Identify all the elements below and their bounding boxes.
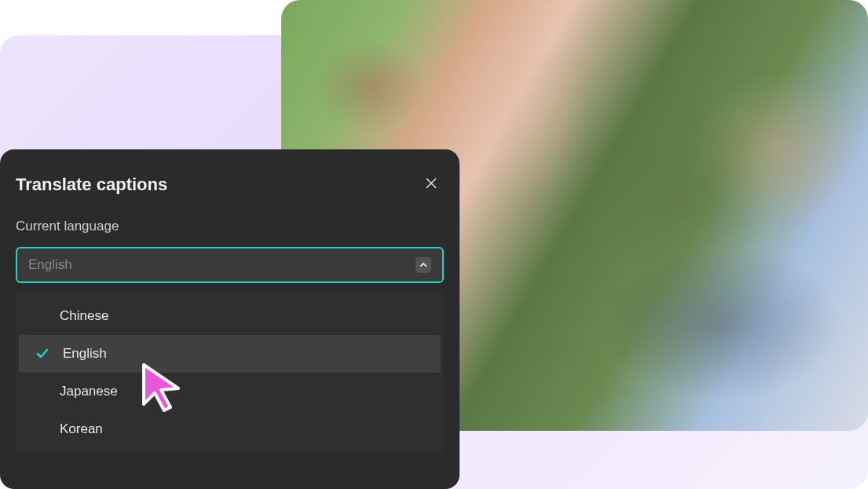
option-japanese[interactable]: Japanese — [16, 373, 444, 410]
language-dropdown: Chinese English Japanese Korean — [16, 291, 444, 454]
panel-header: Translate captions — [16, 175, 444, 195]
language-select[interactable]: English — [16, 247, 444, 283]
current-language-label: Current language — [16, 219, 444, 234]
close-icon — [425, 177, 438, 193]
option-label: Chinese — [60, 308, 108, 324]
chevron-up-icon — [416, 257, 431, 273]
option-label: Korean — [60, 421, 103, 437]
option-label: Japanese — [60, 384, 118, 399]
option-label: English — [63, 346, 107, 362]
option-chinese[interactable]: Chinese — [16, 297, 444, 335]
select-value: English — [28, 257, 72, 273]
option-korean[interactable]: Korean — [16, 410, 444, 448]
check-icon — [35, 347, 50, 360]
panel-title: Translate captions — [16, 175, 167, 195]
translate-captions-panel: Translate captions Current language Engl… — [0, 149, 460, 489]
option-english[interactable]: English — [19, 335, 441, 373]
close-button[interactable] — [422, 175, 441, 194]
